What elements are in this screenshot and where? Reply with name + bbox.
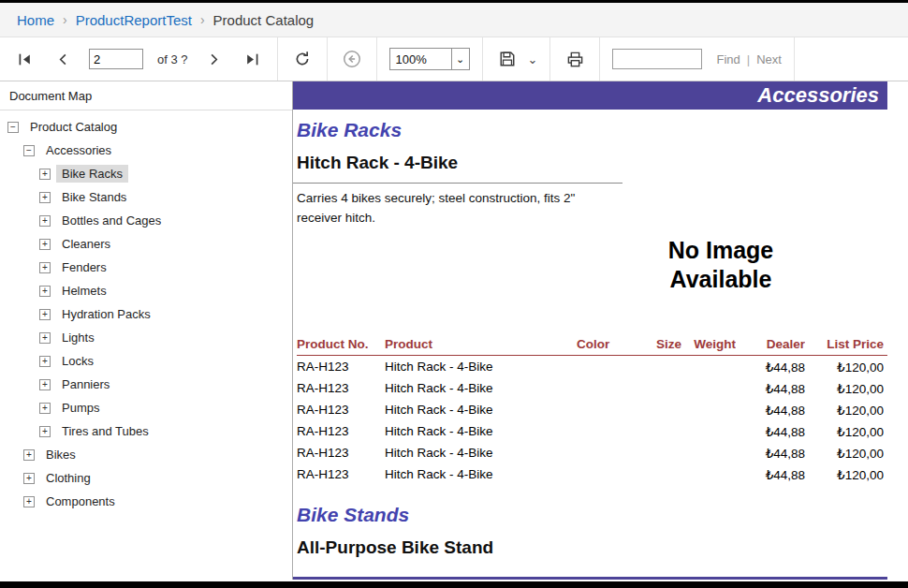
tree-item-cleaners[interactable]: +Cleaners (0, 232, 292, 256)
page-number-input[interactable] (89, 49, 143, 69)
first-page-button[interactable] (12, 47, 37, 71)
minus-toggle-icon[interactable]: − (7, 122, 19, 133)
last-page-icon (244, 51, 260, 67)
plus-toggle-icon[interactable]: + (39, 379, 51, 390)
tree-item-clothing[interactable]: +Clothing (0, 466, 292, 490)
next-page-button[interactable] (202, 47, 227, 71)
refresh-button[interactable] (290, 47, 315, 71)
tree-item-fenders[interactable]: +Fenders (0, 256, 292, 279)
plus-toggle-icon[interactable]: + (39, 426, 51, 437)
tree-item-panniers[interactable]: +Panniers (0, 373, 292, 396)
document-map-title: Document Map (0, 81, 292, 110)
tree-item-label: Pumps (56, 399, 105, 417)
zoom-select[interactable]: 100% ⌄ (389, 48, 470, 70)
tree-item-bottles-and-cages[interactable]: +Bottles and Cages (0, 209, 292, 232)
back-button[interactable] (340, 47, 364, 71)
breadcrumb-home-link[interactable]: Home (17, 12, 54, 28)
product-title-bike-stand: All-Purpose Bike Stand (297, 537, 887, 558)
tree-item-pumps[interactable]: +Pumps (0, 396, 292, 419)
plus-toggle-icon[interactable]: + (39, 169, 51, 180)
zoom-group: 100% ⌄ (377, 37, 483, 81)
tree-item-accessories[interactable]: −Accessories (0, 139, 292, 162)
document-map-panel: Document Map −Product Catalog−Accessorie… (0, 81, 293, 580)
tree-item-label: Panniers (56, 375, 115, 393)
print-button[interactable] (563, 47, 587, 71)
tree-item-label: Bike Stands (56, 188, 132, 206)
previous-page-button[interactable] (51, 47, 75, 71)
back-icon (343, 50, 361, 68)
plus-toggle-icon[interactable]: + (39, 239, 51, 250)
plus-toggle-icon[interactable]: + (23, 496, 35, 507)
find-button[interactable]: Find (716, 52, 740, 66)
breadcrumb-current-page: Product Catalog (213, 12, 315, 28)
page-navigation-group: of 3 ? (0, 37, 278, 81)
tree-item-label: Locks (56, 352, 99, 370)
last-page-button[interactable] (241, 47, 265, 71)
tree-item-bike-racks[interactable]: +Bike Racks (0, 162, 292, 185)
plus-toggle-icon[interactable]: + (39, 403, 51, 414)
column-header-product: Product (385, 337, 577, 351)
breadcrumb-separator-icon: › (200, 12, 205, 27)
tree-item-bike-stands[interactable]: +Bike Stands (0, 185, 292, 209)
tree-item-bikes[interactable]: +Bikes (0, 443, 292, 466)
column-header-weight: Weight (681, 337, 736, 351)
tree-item-lights[interactable]: +Lights (0, 326, 292, 349)
table-header-row: Product No.ProductColorSizeWeightDealerL… (297, 333, 887, 356)
table-cell: ₺44,88 (736, 403, 805, 418)
find-next-button[interactable]: Next (756, 52, 782, 66)
tree-item-tires-and-tubes[interactable]: +Tires and Tubes (0, 419, 292, 443)
print-icon (566, 51, 584, 68)
save-dropdown-chevron-icon[interactable]: ⌄ (528, 52, 538, 66)
page-header-title: Accessories (757, 83, 879, 108)
breadcrumb-productreporttest-link[interactable]: ProductReportTest (76, 12, 192, 28)
save-export-button[interactable] (495, 47, 520, 71)
tree-item-label: Product Catalog (24, 118, 123, 136)
column-header-list-price: List Price (805, 337, 884, 351)
report-page: Accessories Bike Racks Hitch Rack - 4-Bi… (293, 81, 908, 580)
plus-toggle-icon[interactable]: + (23, 473, 35, 484)
table-cell: ₺44,88 (736, 360, 805, 375)
product-title-hitch-rack: Hitch Rack - 4-Bike (297, 153, 887, 173)
back-group (328, 37, 377, 81)
zoom-value: 100% (390, 49, 451, 69)
plus-toggle-icon[interactable]: + (39, 332, 51, 344)
plus-toggle-icon[interactable]: + (39, 356, 51, 367)
table-cell: Hitch Rack - 4-Bike (385, 360, 577, 374)
plus-toggle-icon[interactable]: + (39, 262, 51, 273)
table-row: RA-H123Hitch Rack - 4-Bike₺44,88₺120,00 (297, 377, 887, 399)
tree-item-helmets[interactable]: +Helmets (0, 279, 292, 302)
report-toolbar: of 3 ? 100% ⌄ ⌄ Find (0, 37, 908, 81)
plus-toggle-icon[interactable]: + (23, 449, 35, 461)
tree-item-label: Cleaners (56, 235, 116, 253)
previous-page-icon (56, 52, 70, 66)
document-map-tree: −Product Catalog−Accessories+Bike Racks+… (0, 110, 292, 513)
table-cell: Hitch Rack - 4-Bike (385, 446, 577, 460)
find-text-input[interactable] (612, 49, 702, 69)
table-cell: Hitch Rack - 4-Bike (385, 467, 577, 481)
tree-item-hydration-packs[interactable]: +Hydration Packs (0, 302, 292, 326)
plus-toggle-icon[interactable]: + (39, 192, 51, 203)
tree-item-label: Bottles and Cages (56, 212, 167, 229)
tree-item-label: Lights (56, 329, 100, 346)
table-cell: ₺120,00 (805, 467, 884, 482)
refresh-icon (294, 51, 311, 67)
plus-toggle-icon[interactable]: + (39, 215, 51, 227)
main-content: Document Map −Product Catalog−Accessorie… (0, 81, 908, 580)
table-row: RA-H123Hitch Rack - 4-Bike₺44,88₺120,00 (297, 442, 887, 463)
category-heading-bike-stands: Bike Stands (297, 504, 887, 526)
find-next-divider: | (747, 52, 750, 66)
plus-toggle-icon[interactable]: + (39, 286, 51, 297)
plus-toggle-icon[interactable]: + (39, 309, 51, 320)
minus-toggle-icon[interactable]: − (23, 145, 35, 156)
table-cell: Hitch Rack - 4-Bike (385, 381, 577, 395)
table-row: RA-H123Hitch Rack - 4-Bike₺44,88₺120,00 (297, 399, 887, 420)
table-cell: ₺120,00 (805, 403, 884, 418)
tree-item-product-catalog[interactable]: −Product Catalog (0, 115, 292, 139)
tree-item-locks[interactable]: +Locks (0, 349, 292, 373)
report-bottom-rule (293, 577, 887, 580)
tree-item-components[interactable]: +Components (0, 490, 292, 513)
breadcrumb-separator-icon: › (63, 12, 67, 27)
column-header-product-no: Product No. (297, 337, 385, 351)
column-header-size: Size (652, 337, 681, 351)
tree-item-label: Bikes (40, 446, 81, 463)
